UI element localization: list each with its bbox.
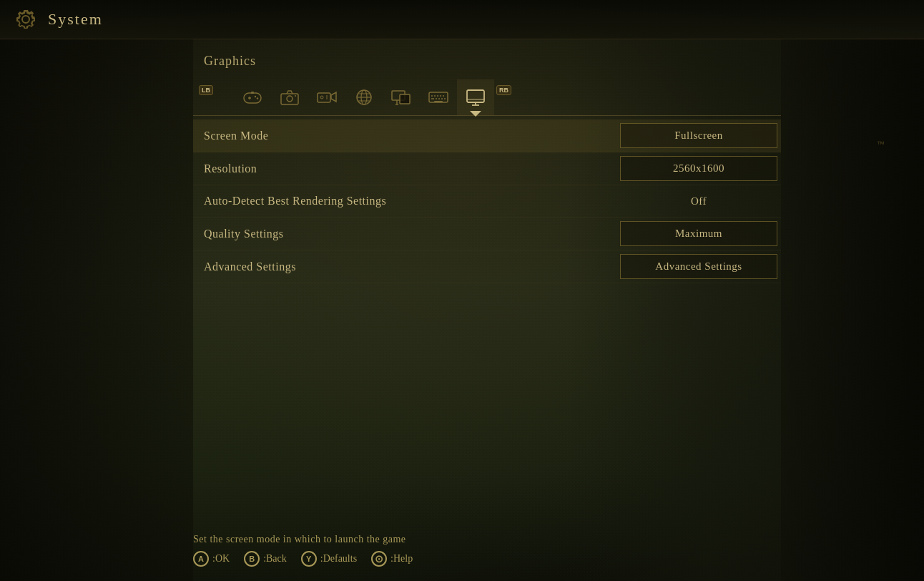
button-circle: ⊙: [371, 551, 387, 567]
advanced-label: Advanced Settings: [193, 253, 616, 280]
button-y: Y: [301, 551, 317, 567]
svg-marker-10: [331, 92, 336, 102]
tab-network[interactable]: [345, 79, 383, 115]
svg-point-8: [295, 95, 296, 97]
right-panel: [781, 39, 924, 581]
screen-mode-box[interactable]: Fullscreen: [620, 123, 777, 148]
setting-row-quality[interactable]: Quality Settings Maximum: [193, 218, 781, 250]
svg-rect-0: [244, 93, 261, 103]
controls-bar: A :OK B :Back Y :Defaults ⊙ :Help: [193, 551, 924, 567]
tab-rb[interactable]: RB: [494, 79, 531, 115]
bottom-area: Set the screen mode in which to launch t…: [193, 534, 924, 567]
quality-box[interactable]: Maximum: [620, 221, 777, 246]
control-back-label: :Back: [263, 553, 287, 565]
quality-label: Quality Settings: [193, 220, 616, 248]
tab-gamepad[interactable]: [234, 79, 271, 115]
tab-display2[interactable]: [383, 79, 420, 115]
tab-graphics[interactable]: [457, 79, 494, 115]
system-icon: [11, 4, 41, 34]
header: System: [0, 0, 924, 39]
svg-rect-19: [400, 94, 410, 104]
resolution-label: Resolution: [193, 155, 616, 182]
section-title: Graphics: [204, 54, 781, 69]
advanced-value: Advanced Settings: [616, 250, 781, 283]
tab-bar: LB: [193, 79, 781, 116]
setting-row-advanced[interactable]: Advanced Settings Advanced Settings: [193, 250, 781, 283]
main-content: Graphics LB: [193, 39, 781, 298]
setting-row-auto-detect[interactable]: Auto-Detect Best Rendering Settings Off: [193, 185, 781, 218]
control-help-label: :Help: [390, 553, 413, 565]
svg-rect-22: [429, 92, 448, 102]
quality-value: Maximum: [616, 218, 781, 250]
svg-point-7: [287, 96, 293, 102]
svg-point-3: [255, 96, 256, 97]
rb-badge: RB: [496, 85, 511, 95]
setting-row-resolution[interactable]: Resolution 2560x1600: [193, 152, 781, 185]
control-help: ⊙ :Help: [371, 551, 413, 567]
svg-rect-35: [467, 90, 484, 102]
tab-motion[interactable]: [308, 79, 345, 115]
screen-mode-value: Fullscreen: [616, 119, 781, 152]
control-ok: A :OK: [193, 551, 230, 567]
settings-list: Screen Mode Fullscreen Resolution 2560x1…: [193, 119, 781, 283]
control-ok-label: :OK: [212, 553, 230, 565]
tab-keyboard[interactable]: [420, 79, 457, 115]
tab-camera[interactable]: [271, 79, 308, 115]
setting-row-screen-mode[interactable]: Screen Mode Fullscreen: [193, 119, 781, 152]
svg-rect-5: [251, 92, 254, 94]
tab-lb[interactable]: LB: [197, 79, 234, 115]
tm-mark: ™: [877, 140, 885, 148]
advanced-box[interactable]: Advanced Settings: [620, 254, 777, 279]
resolution-value: 2560x1600: [616, 152, 781, 185]
lb-badge: LB: [199, 85, 213, 95]
screen-mode-label: Screen Mode: [193, 122, 616, 150]
svg-point-11: [320, 96, 323, 99]
header-title: System: [48, 10, 103, 29]
left-panel: [0, 39, 193, 581]
auto-detect-label: Auto-Detect Best Rendering Settings: [193, 187, 616, 215]
resolution-box[interactable]: 2560x1600: [620, 156, 777, 181]
auto-detect-text: Off: [620, 190, 777, 213]
auto-detect-value: Off: [616, 186, 781, 217]
hint-text: Set the screen mode in which to launch t…: [193, 534, 924, 545]
control-defaults: Y :Defaults: [301, 551, 357, 567]
button-b: B: [244, 551, 260, 567]
control-back: B :Back: [244, 551, 287, 567]
button-a: A: [193, 551, 209, 567]
svg-point-4: [257, 97, 258, 99]
control-defaults-label: :Defaults: [320, 553, 357, 565]
svg-rect-9: [318, 93, 330, 102]
